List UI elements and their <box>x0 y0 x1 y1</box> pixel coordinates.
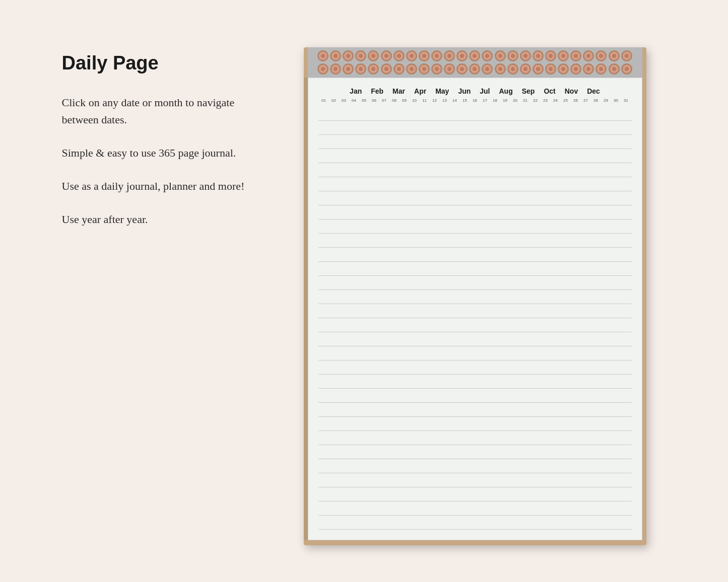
day-number[interactable]: 10 <box>410 98 419 103</box>
day-number[interactable]: 23 <box>541 98 550 103</box>
spiral-coil <box>583 50 594 75</box>
spiral-coil <box>406 50 417 75</box>
coil-top <box>570 50 581 61</box>
ruled-line <box>318 205 632 220</box>
coil-top <box>482 50 493 61</box>
coil-top <box>368 50 379 61</box>
day-number[interactable]: 31 <box>622 98 630 103</box>
coil-bottom <box>621 63 632 75</box>
ruled-lines <box>318 107 632 530</box>
month-label[interactable]: Jan <box>350 87 362 95</box>
coil-top <box>419 50 430 61</box>
month-label[interactable]: Jul <box>480 87 490 95</box>
desc-text-2: Simple & easy to use 365 page journal. <box>62 144 253 162</box>
day-number[interactable]: 01 <box>319 98 328 103</box>
coil-top <box>558 50 569 61</box>
day-number[interactable]: 19 <box>501 98 509 103</box>
coil-bottom <box>595 63 607 75</box>
page-title: Daily Page <box>62 52 253 74</box>
day-number[interactable]: 14 <box>450 98 459 103</box>
day-number[interactable]: 25 <box>561 98 570 103</box>
month-label[interactable]: Mar <box>392 87 405 95</box>
day-number[interactable]: 18 <box>491 98 499 103</box>
day-number[interactable]: 21 <box>521 98 530 103</box>
spiral-coil <box>381 50 392 75</box>
coil-top <box>533 50 544 61</box>
day-number[interactable]: 29 <box>602 98 610 103</box>
day-number[interactable]: 12 <box>430 98 439 103</box>
desc-2: Simple & easy to use 365 page journal. <box>62 144 253 162</box>
day-number[interactable]: 09 <box>400 98 409 103</box>
month-label[interactable]: May <box>435 87 449 95</box>
ruled-line <box>318 149 632 163</box>
coil-top <box>507 50 518 61</box>
main-container: Daily Page Click on any date or month to… <box>62 37 667 545</box>
month-label[interactable]: Feb <box>371 87 383 95</box>
day-number[interactable]: 13 <box>440 98 449 103</box>
day-number[interactable]: 20 <box>511 98 519 103</box>
spiral-coil <box>343 50 354 75</box>
notebook-wrapper: JanFebMarAprMayJunJulAugSepOctNovDec 010… <box>284 47 667 545</box>
coil-bottom <box>609 63 620 75</box>
coil-bottom <box>520 63 531 75</box>
spiral-coil <box>431 50 442 75</box>
month-label[interactable]: Apr <box>414 87 426 95</box>
desc-text-1: Click on any date or month to navigate b… <box>62 94 253 128</box>
day-number[interactable]: 06 <box>370 98 378 103</box>
day-number[interactable]: 16 <box>471 98 479 103</box>
spiral-coil <box>482 50 493 75</box>
month-label[interactable]: Jun <box>458 87 471 95</box>
coil-top <box>545 50 556 61</box>
coil-bottom <box>355 63 366 75</box>
day-number[interactable]: 04 <box>350 98 358 103</box>
coil-top <box>431 50 442 61</box>
month-label[interactable]: Oct <box>544 87 555 95</box>
day-number[interactable]: 02 <box>329 98 338 103</box>
day-number[interactable]: 24 <box>551 98 560 103</box>
coil-top <box>609 50 620 61</box>
coil-top <box>469 50 480 61</box>
day-number[interactable]: 07 <box>380 98 388 103</box>
ruled-line <box>318 346 632 360</box>
ruled-line <box>318 318 632 332</box>
day-number[interactable]: 22 <box>531 98 540 103</box>
coil-top <box>444 50 455 61</box>
ruled-line <box>318 403 632 417</box>
spiral-coil <box>355 50 366 75</box>
coil-bottom <box>570 63 581 75</box>
day-number[interactable]: 17 <box>481 98 489 103</box>
ruled-line <box>318 360 632 375</box>
desc-1: Click on any date or month to navigate b… <box>62 94 253 128</box>
coil-bottom <box>393 63 405 75</box>
coil-bottom <box>444 63 455 75</box>
desc-text-4: Use year after year. <box>62 211 253 228</box>
month-label[interactable]: Aug <box>499 87 513 95</box>
day-number[interactable]: 27 <box>581 98 590 103</box>
coil-bottom <box>330 63 341 75</box>
day-number[interactable]: 11 <box>420 98 429 103</box>
ruled-line <box>318 487 632 501</box>
desc-text-3: Use as a daily journal, planner and more… <box>62 178 253 195</box>
day-number[interactable]: 26 <box>571 98 580 103</box>
day-number[interactable]: 15 <box>460 98 469 103</box>
month-label[interactable]: Dec <box>587 87 600 95</box>
month-label[interactable]: Sep <box>522 87 535 95</box>
day-number[interactable]: 03 <box>340 98 348 103</box>
month-navigation[interactable]: JanFebMarAprMayJunJulAugSepOctNovDec <box>318 84 632 96</box>
coil-top <box>583 50 594 61</box>
coil-bottom <box>482 63 493 75</box>
day-number[interactable]: 08 <box>390 98 399 103</box>
coil-bottom <box>469 63 480 75</box>
spiral-coil <box>456 50 468 75</box>
ruled-line <box>318 290 632 304</box>
coil-top <box>520 50 531 61</box>
day-number[interactable]: 28 <box>591 98 600 103</box>
day-navigation[interactable]: 0102030405060708091011121314151617181920… <box>318 98 632 103</box>
coil-top <box>317 50 328 61</box>
day-number[interactable]: 30 <box>612 98 620 103</box>
month-label[interactable]: Nov <box>565 87 578 95</box>
ruled-line <box>318 417 632 431</box>
coil-top <box>355 50 366 61</box>
spiral-coil <box>545 50 556 75</box>
day-number[interactable]: 05 <box>360 98 368 103</box>
